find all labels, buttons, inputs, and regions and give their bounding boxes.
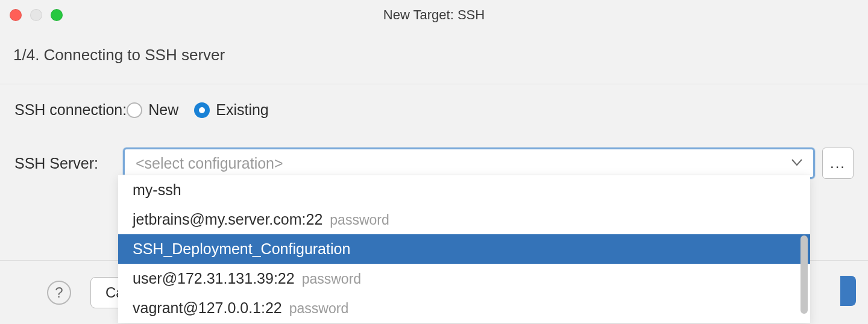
step-header: 1/4. Connecting to SSH server [0, 30, 868, 84]
dropdown-item[interactable]: my-ssh [118, 175, 810, 205]
dropdown-item-label: my-ssh [133, 181, 181, 199]
close-window-button[interactable] [10, 9, 22, 21]
radio-option-existing[interactable]: Existing [194, 101, 269, 119]
traffic-lights [10, 9, 63, 21]
browse-button[interactable]: ... [822, 148, 854, 179]
dropdown-item-selected[interactable]: SSH_Deployment_Configuration [118, 234, 810, 264]
next-button[interactable] [840, 276, 856, 306]
ssh-connection-label: SSH connection: [14, 101, 127, 119]
window-title: New Target: SSH [383, 7, 485, 23]
ssh-server-dropdown: my-ssh jetbrains@my.server.com:22 passwo… [118, 175, 810, 323]
maximize-window-button[interactable] [51, 9, 63, 21]
radio-label-new: New [148, 101, 178, 119]
ssh-server-placeholder: <select configuration> [136, 155, 791, 172]
radio-option-new[interactable]: New [127, 101, 178, 119]
dropdown-item-label: vagrant@127.0.0.1:22 [133, 299, 282, 317]
dropdown-item-hint: password [302, 271, 361, 287]
dropdown-item[interactable]: jetbrains@my.server.com:22 password [118, 205, 810, 234]
minimize-window-button[interactable] [30, 9, 42, 21]
radio-label-existing: Existing [216, 101, 269, 119]
help-button[interactable]: ? [47, 281, 71, 305]
dropdown-item-label: SSH_Deployment_Configuration [133, 240, 350, 258]
titlebar: New Target: SSH [0, 0, 868, 30]
ssh-server-label: SSH Server: [14, 155, 116, 172]
chevron-down-icon [791, 158, 802, 169]
dropdown-item-label: jetbrains@my.server.com:22 [133, 211, 322, 228]
dropdown-scrollbar[interactable] [800, 235, 808, 314]
radio-icon-selected [194, 102, 210, 118]
dropdown-item[interactable]: user@172.31.131.39:22 password [118, 264, 810, 293]
dropdown-item-hint: password [330, 212, 389, 228]
ssh-connection-radio-group: New Existing [127, 101, 269, 119]
dropdown-item[interactable]: vagrant@127.0.0.1:22 password [118, 293, 810, 323]
dropdown-item-label: user@172.31.131.39:22 [133, 270, 295, 287]
radio-icon [127, 102, 142, 118]
dropdown-item-hint: password [289, 301, 348, 317]
ssh-connection-row: SSH connection: New Existing [14, 101, 854, 119]
